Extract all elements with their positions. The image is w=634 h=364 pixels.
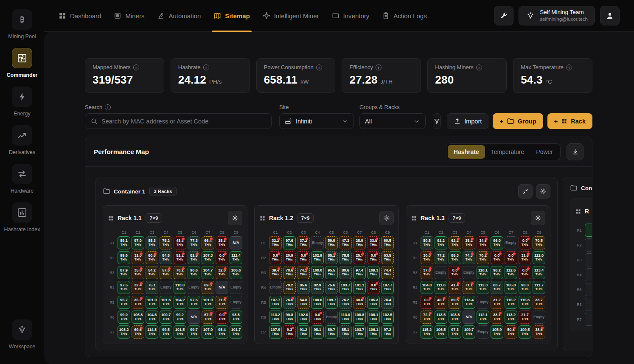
miner-cell[interactable]: 91.2TH/s [297,325,310,339]
miner-cell[interactable] [585,268,592,281]
miner-cell[interactable]: 59.9TH/s [325,236,338,249]
miner-cell[interactable]: 80.8TH/s [421,236,433,249]
miner-cell[interactable]: 88.3TH/s [449,251,461,264]
nav-item-miners[interactable]: Miners [114,0,144,32]
miner-cell[interactable]: Empty [477,325,489,339]
miner-cell[interactable]: 99.2TH/s [174,311,186,324]
miner-cell[interactable]: 0.0TH/s [449,266,461,279]
tab-power[interactable]: Power [530,145,559,159]
miner-cell[interactable]: 47.3TH/s [339,236,352,249]
miner-cell[interactable]: Empty [230,296,242,309]
miner-cell[interactable]: 38.5TH/s [533,325,545,339]
miner-cell[interactable]: 39.4TH/s [269,266,282,279]
miner-cell[interactable]: 113.2TH/s [505,311,517,324]
nav-item-dashboard[interactable]: Dashboard [59,0,101,32]
miner-cell[interactable]: 72.1TH/s [421,311,433,324]
miner-cell[interactable]: 93.8TH/s [230,311,242,324]
miner-cell[interactable]: 57.6TH/s [160,266,172,279]
nav-item-inventory[interactable]: Inventory [332,0,370,32]
miner-cell[interactable]: 0.0TH/s [519,236,531,249]
add-rack-button[interactable]: + Rack [547,113,592,129]
miner-cell[interactable]: 100.7TH/s [160,311,172,324]
miner-cell[interactable]: 76.5TH/s [283,296,296,309]
miner-cell[interactable]: 107.7TH/s [269,296,282,309]
miner-cell[interactable]: 60.6TH/s [146,251,158,264]
miner-cell[interactable]: 35.6TH/s [132,266,144,279]
miner-cell[interactable]: 108.0TH/s [311,296,324,309]
miner-cell[interactable]: 38.1TH/s [491,311,503,324]
miner-cell[interactable] [585,253,592,266]
tools-button[interactable] [494,6,513,25]
miner-cell[interactable]: 80.6TH/s [339,266,352,279]
miner-cell[interactable]: 97.2TH/s [381,325,394,339]
miner-cell[interactable]: Empty [505,236,517,249]
nav-item-action-logs[interactable]: Action Logs [382,0,426,32]
nav-item-automation[interactable]: Automation [157,0,201,32]
miner-cell[interactable]: 113.2TH/s [269,311,282,324]
miner-cell[interactable]: 112.1TH/s [477,311,489,324]
rack-settings-button[interactable] [379,211,394,225]
miner-cell[interactable]: 31.6TH/s [519,251,531,264]
miner-cell[interactable]: 103.8TH/s [449,311,461,324]
site-select[interactable]: Infiniti [279,113,354,129]
sidebar-item-workspace[interactable]: Workspace [9,319,35,350]
miner-cell[interactable]: 102.5TH/s [381,311,394,324]
miner-cell[interactable]: 69.3TH/s [202,281,214,294]
miner-cell[interactable]: 75.1TH/s [146,281,158,294]
miner-cell[interactable]: 105.8TH/s [505,281,517,294]
miner-cell[interactable]: Empty [160,281,172,294]
sidebar-item-hardware[interactable]: Hardware [11,164,34,194]
miner-cell[interactable]: 32.4TH/s [132,281,144,294]
miner-cell[interactable]: 0.0TH/s [367,251,380,264]
miner-cell[interactable]: 34.8TH/s [477,236,489,249]
miner-cell[interactable]: 84.8TH/s [160,251,172,264]
info-icon[interactable] [376,64,382,70]
miner-cell[interactable]: 85.1TH/s [339,325,352,339]
miner-cell[interactable]: 41.4TH/s [449,281,461,294]
miner-cell[interactable]: 114.8TH/s [146,325,158,339]
miner-cell[interactable]: 70.2TH/s [283,281,296,294]
miner-cell[interactable]: 104.2TH/s [174,296,186,309]
miner-cell[interactable] [585,298,592,311]
miner-cell[interactable]: 99.7TH/s [188,325,200,339]
miner-cell[interactable]: N/A [463,311,475,324]
miner-cell[interactable]: 106.1TH/s [367,325,380,339]
miner-cell[interactable]: 105.3TH/s [367,296,380,309]
miner-cell[interactable]: 113.0TH/s [339,311,352,324]
miner-cell[interactable]: 112.6TH/s [505,266,517,279]
miner-cell[interactable]: 37.2TH/s [297,236,310,249]
miner-cell[interactable]: 108.1TH/s [367,311,380,324]
miner-cell[interactable]: 101.5TH/s [174,325,186,339]
miner-cell[interactable]: 33.7TH/s [533,296,545,309]
miner-cell[interactable]: 70.6TH/s [283,266,296,279]
miner-cell[interactable]: 102.9TH/s [311,251,324,264]
miner-cell[interactable]: 0.0TH/s [519,266,531,279]
miner-cell[interactable]: 85.1TH/s [325,251,338,264]
miner-cell[interactable]: 71.1TH/s [463,281,475,294]
miner-cell[interactable]: 95.5TH/s [325,266,338,279]
miner-cell[interactable]: 0.0TH/s [311,311,324,324]
miner-cell[interactable]: 99.6TH/s [118,251,130,264]
miner-cell[interactable]: 37.6TH/s [421,266,433,279]
team-switcher[interactable]: Self Mining Team selfmining@luxor.tech [519,6,595,25]
miner-cell[interactable]: 107.0TH/s [202,325,214,339]
miner-cell[interactable]: 112.3TH/s [477,281,489,294]
miner-cell[interactable]: 90.3TH/s [519,281,531,294]
miner-cell[interactable]: 48.3TH/s [174,236,186,249]
miner-cell[interactable]: 31.0TH/s [132,251,144,264]
miner-cell[interactable]: 105.9TH/s [491,325,503,339]
miner-cell[interactable]: 75.2TH/s [160,236,172,249]
miner-cell[interactable]: 101.6TH/s [160,296,172,309]
miner-cell[interactable]: 0.0TH/s [216,311,228,324]
miner-cell[interactable]: 70.2TH/s [477,251,489,264]
miner-cell[interactable]: 104.6TH/s [146,311,158,324]
miner-cell[interactable]: 77.3TH/s [188,236,200,249]
miner-cell[interactable]: 77.2TH/s [435,251,447,264]
miner-cell[interactable]: 70.5TH/s [533,236,545,249]
add-group-button[interactable]: + Group [493,113,543,129]
sidebar-item-mining-pool[interactable]: Mining Pool [8,9,36,39]
miner-cell[interactable]: 103.2TH/s [118,325,130,339]
miner-cell[interactable]: 115.2TH/s [421,325,433,339]
miner-cell[interactable]: Empty [463,266,475,279]
miner-cell[interactable]: 101.1TH/s [353,281,366,294]
